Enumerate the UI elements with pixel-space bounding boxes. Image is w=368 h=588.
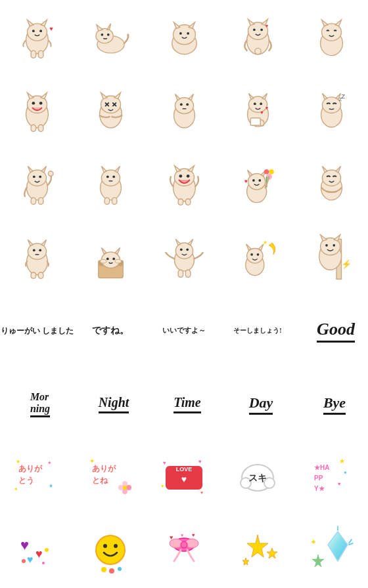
svg-marker-211	[312, 555, 324, 567]
text-desune: ですね。	[92, 326, 129, 335]
svg-marker-17	[173, 22, 179, 28]
sticker-19[interactable]: ★	[221, 220, 294, 294]
svg-marker-52	[189, 94, 194, 100]
svg-marker-133	[188, 239, 193, 245]
svg-point-116	[32, 249, 35, 251]
svg-marker-132	[175, 239, 181, 245]
svg-point-14	[106, 33, 109, 35]
svg-point-162	[126, 485, 131, 490]
svg-line-209	[349, 543, 353, 545]
svg-point-93	[179, 174, 182, 177]
svg-marker-31	[321, 20, 327, 26]
sticker-12[interactable]	[74, 147, 147, 220]
sticker-27[interactable]: Night	[74, 368, 147, 441]
svg-marker-140	[246, 243, 251, 249]
svg-point-165	[118, 485, 124, 490]
sticker-4[interactable]: ♥	[221, 0, 294, 74]
svg-point-20	[187, 32, 189, 35]
svg-point-85	[112, 175, 115, 178]
svg-point-193	[114, 544, 118, 548]
svg-point-4	[32, 30, 35, 32]
svg-marker-205	[267, 548, 277, 558]
sticker-32[interactable]: ありが とね ✦	[74, 441, 147, 514]
svg-text:✦: ✦	[47, 460, 52, 466]
svg-text:★HA: ★HA	[314, 464, 329, 471]
sticker-38[interactable]: ♥ ♥ ♥	[147, 514, 221, 588]
svg-point-195	[109, 568, 114, 574]
sticker-17[interactable]	[74, 220, 147, 294]
text-sosimasho: そーしましょう!	[233, 327, 281, 334]
svg-marker-125	[115, 247, 120, 253]
sticker-31[interactable]: ありが とう ★ ✦ ★ ✦	[0, 441, 74, 514]
svg-point-164	[122, 489, 127, 494]
sticker-5[interactable]	[294, 0, 368, 74]
text-bye: Bye	[323, 394, 346, 415]
sticker-3[interactable]	[147, 0, 221, 74]
sticker-9[interactable]: ♥ ♥	[221, 74, 294, 147]
svg-marker-111	[336, 166, 341, 172]
sticker-39[interactable]	[221, 514, 294, 588]
sticker-11[interactable]	[0, 147, 74, 220]
sticker-8[interactable]	[147, 74, 221, 147]
svg-point-143	[256, 253, 259, 255]
svg-point-38	[39, 101, 42, 104]
sticker-30[interactable]: Bye	[294, 368, 368, 441]
sticker-7[interactable]	[74, 74, 147, 147]
sticker-26[interactable]: Morning	[0, 368, 74, 441]
text-night: Night	[99, 395, 129, 413]
sticker-22[interactable]: ですね。	[74, 294, 147, 368]
sticker-grid: ♥	[0, 0, 368, 588]
svg-text:♥: ♥	[265, 23, 268, 29]
sticker-2[interactable]	[74, 0, 147, 74]
svg-line-210	[349, 539, 352, 543]
sticker-20[interactable]: ⚡	[294, 220, 368, 294]
sticker-25[interactable]: Good	[294, 294, 368, 368]
sticker-24[interactable]: そーしましょう!	[221, 294, 294, 368]
svg-point-191	[96, 536, 125, 564]
svg-marker-73	[28, 166, 33, 172]
svg-point-135	[186, 248, 189, 251]
svg-marker-74	[41, 166, 47, 172]
svg-marker-36	[41, 93, 47, 98]
sticker-14[interactable]: ♥	[221, 147, 294, 220]
svg-marker-91	[174, 165, 180, 171]
sticker-36[interactable]: ♥ ♥ ♥	[0, 514, 74, 588]
sticker-28[interactable]: Time	[147, 368, 221, 441]
sticker-33[interactable]: LOVE ♥ ♥ ♥ ♥ ♥	[147, 441, 221, 514]
svg-text:★: ★	[263, 239, 267, 245]
sticker-37[interactable]	[74, 514, 147, 588]
sticker-34[interactable]: スキ	[221, 441, 294, 514]
sticker-13[interactable]	[147, 147, 221, 220]
svg-marker-206	[242, 558, 249, 565]
svg-point-126	[106, 257, 108, 260]
sticker-23[interactable]: いいですよ～	[147, 294, 221, 368]
svg-text:♥: ♥	[20, 537, 29, 553]
sticker-15[interactable]	[294, 147, 368, 220]
svg-point-134	[179, 248, 182, 251]
sticker-10[interactable]: z z	[294, 74, 368, 147]
svg-point-189	[45, 548, 49, 552]
svg-marker-51	[175, 94, 180, 100]
sticker-35[interactable]: ★HA PP Y★ ★ ✦ ♥	[294, 441, 368, 514]
svg-text:Y★: Y★	[314, 485, 325, 492]
sticker-40[interactable]: ✦	[294, 514, 368, 588]
svg-point-102	[258, 179, 261, 182]
svg-text:スキ: スキ	[248, 473, 267, 483]
sticker-16[interactable]	[0, 220, 74, 294]
svg-point-128	[100, 259, 106, 263]
sticker-21[interactable]: りゅーがい しました	[0, 294, 74, 368]
svg-marker-32	[335, 20, 341, 26]
svg-marker-114	[28, 240, 33, 245]
svg-marker-12	[106, 23, 110, 29]
svg-text:★: ★	[49, 483, 53, 489]
svg-marker-99	[247, 169, 252, 175]
svg-text:✦: ✦	[89, 457, 95, 465]
sticker-29[interactable]: Day	[221, 368, 294, 441]
svg-text:♥: ♥	[49, 26, 53, 32]
svg-point-77	[48, 171, 53, 176]
sticker-1[interactable]: ♥	[0, 0, 74, 74]
svg-rect-88	[112, 198, 117, 204]
sticker-6[interactable]	[0, 74, 74, 147]
svg-point-61	[260, 102, 262, 105]
sticker-18[interactable]	[147, 220, 221, 294]
